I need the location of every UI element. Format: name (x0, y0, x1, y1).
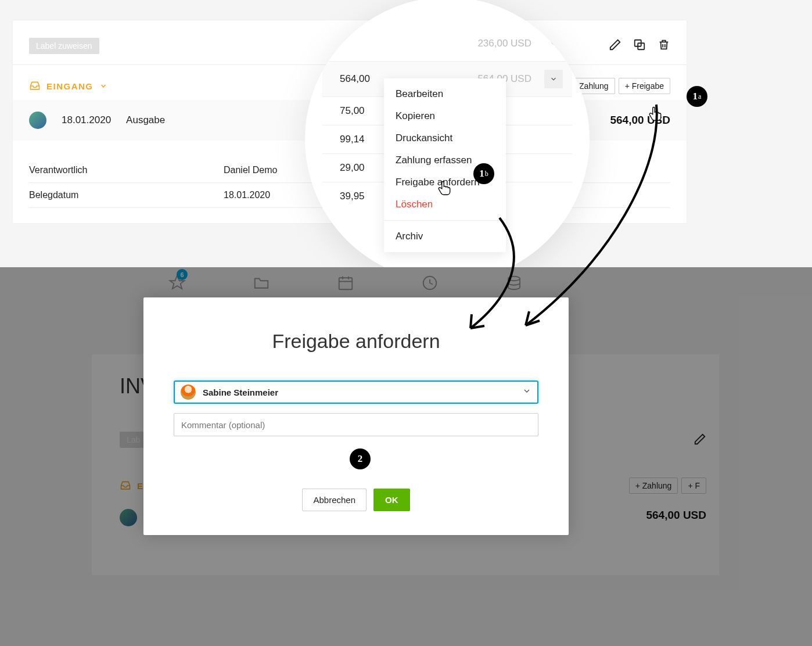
annotation-badge-1b: 1b (473, 163, 494, 184)
ok-button[interactable]: OK (373, 489, 410, 511)
add-approval-button[interactable]: + Freigabe (619, 78, 670, 94)
badge-sub: b (485, 170, 488, 178)
chevron-down-icon (99, 82, 107, 90)
row-menu-trigger[interactable] (544, 70, 563, 88)
annotation-badge-2: 2 (350, 448, 371, 469)
assign-label-chip[interactable]: Label zuweisen (29, 38, 99, 54)
status-eingang[interactable]: EINGANG (29, 80, 107, 92)
approver-avatar (181, 385, 196, 400)
amount-value: 236,00 USD (477, 38, 531, 49)
badge-number: 1 (479, 168, 484, 180)
detail-label: Verantwortlich (29, 165, 224, 175)
menu-item-archive[interactable]: Archiv (384, 225, 506, 247)
approver-select[interactable]: Sabine Steinmeier (174, 381, 538, 404)
annotation-badge-1a: 1a (687, 86, 707, 107)
delete-icon[interactable] (657, 38, 670, 53)
badge-number: 1 (693, 91, 698, 102)
inbox-icon (29, 80, 41, 92)
comment-input[interactable] (174, 413, 538, 436)
copy-icon[interactable] (633, 38, 646, 53)
badge-number: 2 (358, 453, 363, 465)
edit-icon[interactable] (609, 38, 621, 53)
status-label: EINGANG (46, 81, 94, 91)
menu-item-edit[interactable]: Bearbeiten (384, 83, 506, 105)
amount-value: 99,14 (340, 134, 365, 145)
detail-value: Daniel Demo (224, 165, 277, 175)
request-approval-modal: Freigabe anfordern Sabine Steinmeier Abb… (143, 297, 569, 535)
amount-value: 75,00 (340, 105, 365, 117)
amount-left: 564,00 (340, 73, 370, 85)
chevron-down-icon (522, 386, 531, 398)
chevron-down-icon (549, 75, 558, 83)
header-actions (609, 38, 670, 53)
entry-type: Ausgabe (126, 114, 165, 126)
detail-label: Belegdatum (29, 190, 224, 200)
entry-date: 18.01.2020 (62, 114, 111, 126)
user-avatar (29, 112, 46, 129)
amount-value: 29,00 (340, 162, 365, 174)
detail-value: 18.01.2020 (224, 190, 270, 200)
menu-separator (384, 220, 506, 221)
amount-row: 236,00 USD (322, 26, 572, 62)
entry-total: 564,00 USD (610, 114, 670, 127)
cancel-button[interactable]: Abbrechen (302, 489, 367, 511)
menu-item-copy[interactable]: Kopieren (384, 105, 506, 127)
menu-item-print[interactable]: Druckansicht (384, 127, 506, 149)
modal-actions: Abbrechen OK (174, 489, 538, 511)
modal-title: Freigabe anfordern (174, 330, 538, 353)
badge-sub: a (698, 92, 701, 101)
amount-value: 39,95 (340, 191, 365, 202)
zoom-lens: 236,00 USD 564,00 564,00 USD 75,00 99,14… (305, 0, 590, 282)
menu-item-delete[interactable]: Löschen (384, 193, 506, 216)
approver-name: Sabine Steinmeier (203, 387, 278, 397)
